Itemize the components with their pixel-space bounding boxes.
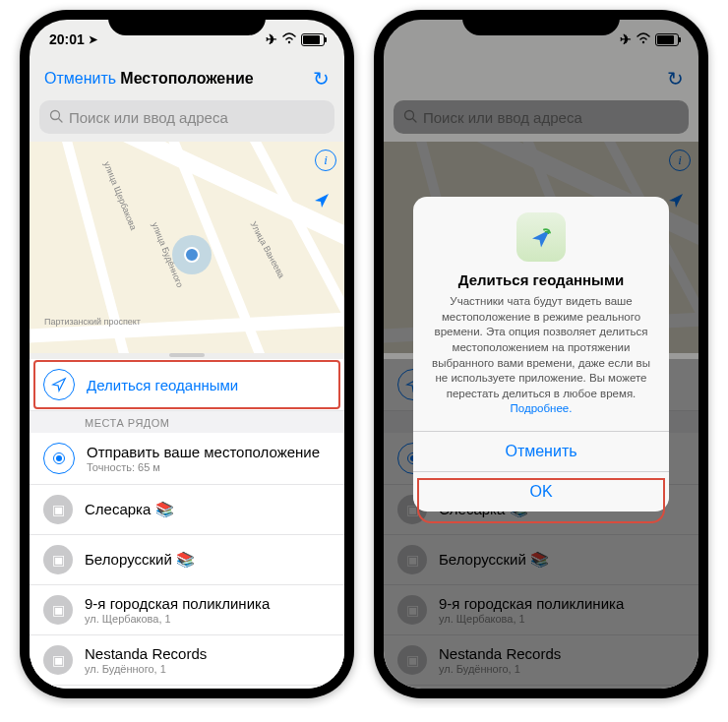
search-input[interactable]: Поиск или ввод адреса [39,100,334,134]
search-icon [49,109,63,126]
alert-learn-more-link[interactable]: Подробнее. [511,402,573,414]
place-icon: ▣ [43,595,73,625]
place-row[interactable]: ▣ Слесарка 📚 [30,485,344,535]
alert-title: Делиться геоданными [413,271,669,294]
place-icon: ▣ [43,495,73,524]
send-location-icon [43,443,75,474]
svg-line-2 [59,118,63,122]
place-label: Nestanda Records [85,645,331,662]
street-label: улица Щербакова [102,160,139,232]
place-row[interactable]: ▣ Прикладная Информатика 📚 [30,686,344,689]
page-title: Местоположение [120,70,253,88]
alert-ok-button[interactable]: OK [413,472,669,511]
alert-body: Участники чата будут видеть ваше местопо… [413,294,669,430]
refresh-button[interactable]: ↻ [313,67,330,90]
alert-dialog: Делиться геоданными Участники чата будут… [413,197,669,511]
map-view[interactable]: улица Щербакова улица Будённого Улица Ва… [30,142,344,353]
alert-icon [516,212,566,262]
status-right: ✈ [266,31,325,47]
street-label: Улица Ванеева [248,220,286,280]
phone-right: ✈ ↻ Поиск или ввод адреса [374,10,708,698]
sheet-handle[interactable] [169,353,205,357]
place-row[interactable]: ▣ Nestanda Records ул. Будённого, 1 [30,635,344,686]
share-location-icon [43,369,75,400]
section-nearby: МЕСТА РЯДОМ [30,411,344,433]
status-time: 20:01 [49,31,85,47]
place-icon: ▣ [43,545,73,574]
cancel-button[interactable]: Отменить [44,70,116,88]
map-info-button[interactable]: i [315,150,336,171]
share-location-label: Делиться геоданными [87,377,331,393]
place-sublabel: ул. Щербакова, 1 [85,613,331,625]
screen-left: 20:01 ➤ ✈ Отменить Местоположение ↻ Поис… [30,20,344,689]
alert-buttons: Отменить OK [413,431,669,511]
place-row[interactable]: ▣ 9-я городская поликлиника ул. Щербаков… [30,585,344,635]
place-sublabel: ул. Будённого, 1 [85,663,331,675]
send-location-label: Отправить ваше местоположение [87,444,331,460]
alert-cancel-button[interactable]: Отменить [413,432,669,472]
place-label: Белорусский 📚 [85,551,331,569]
current-location-dot [172,235,212,274]
location-services-icon: ➤ [89,33,97,46]
notch [108,10,266,35]
screen-right: ✈ ↻ Поиск или ввод адреса [384,20,698,689]
place-label: 9-я городская поликлиника [85,595,331,612]
place-label: Слесарка 📚 [85,501,331,518]
status-left: 20:01 ➤ [49,31,97,47]
map-locate-button[interactable] [307,186,336,215]
nav-header: Отменить Местоположение ↻ [30,59,344,98]
street-label: Партизанский проспект [44,317,141,327]
svg-point-0 [288,41,290,43]
share-location-row[interactable]: Делиться геоданными [30,359,344,411]
send-location-row[interactable]: Отправить ваше местоположение Точность: … [30,433,344,485]
place-icon: ▣ [43,645,73,675]
battery-icon [301,33,325,46]
notch [462,10,620,35]
search-placeholder: Поиск или ввод адреса [69,109,228,126]
send-location-accuracy: Точность: 65 м [87,461,331,473]
airplane-icon: ✈ [266,31,277,47]
phone-left: 20:01 ➤ ✈ Отменить Местоположение ↻ Поис… [20,10,354,698]
bottom-sheet: Делиться геоданными МЕСТА РЯДОМ Отправит… [30,359,344,689]
wifi-icon [281,31,297,47]
place-row[interactable]: ▣ Белорусский 📚 [30,535,344,585]
modal-overlay: Делиться геоданными Участники чата будут… [384,20,698,689]
